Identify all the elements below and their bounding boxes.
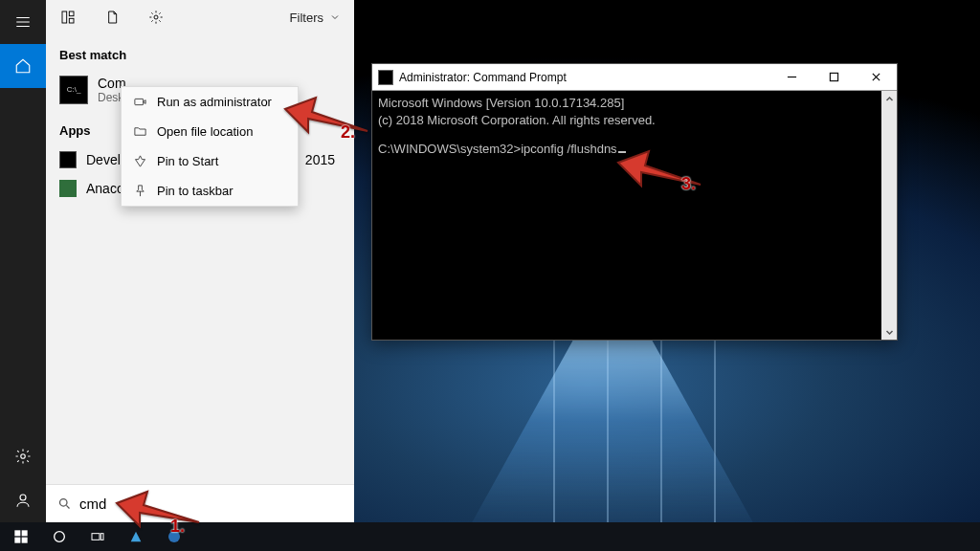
wallpaper-line xyxy=(660,335,662,526)
ctx-run-as-admin[interactable]: Run as administrator xyxy=(122,87,298,117)
close-button[interactable] xyxy=(855,64,897,91)
chevron-down-icon xyxy=(329,11,341,23)
svg-point-1 xyxy=(20,495,26,500)
svg-rect-13 xyxy=(92,534,100,540)
svg-point-12 xyxy=(55,532,65,542)
ctx-label: Run as administrator xyxy=(157,95,272,109)
best-match-heading: Best match xyxy=(59,48,346,62)
cmd-prompt: C:\WINDOWS\system32> xyxy=(378,142,521,156)
search-scope-row: Filters xyxy=(46,0,354,34)
context-menu: Run as administrator Open file location … xyxy=(121,86,299,207)
ctx-label: Open file location xyxy=(157,124,253,139)
svg-point-0 xyxy=(21,454,26,459)
start-sidebar xyxy=(0,0,46,522)
command-prompt-window: Administrator: Command Prompt Microsoft … xyxy=(371,63,898,341)
cmd-line: (c) 2018 Microsoft Corporation. All righ… xyxy=(378,112,891,129)
shield-icon xyxy=(133,95,147,109)
cmd-scrollbar[interactable] xyxy=(881,91,897,340)
folder-icon xyxy=(133,124,147,139)
wallpaper-line xyxy=(607,335,609,526)
svg-rect-8 xyxy=(14,530,20,536)
filters-label: Filters xyxy=(290,11,323,25)
svg-rect-4 xyxy=(69,18,74,23)
user-icon[interactable] xyxy=(0,478,46,522)
search-icon xyxy=(57,496,72,511)
cmd-titlebar[interactable]: Administrator: Command Prompt xyxy=(372,64,897,91)
wallpaper-line xyxy=(553,335,555,526)
start-button[interactable] xyxy=(10,522,33,551)
ctx-pin-start[interactable]: Pin to Start xyxy=(122,146,298,176)
scroll-up-icon[interactable] xyxy=(881,91,897,106)
app-icon xyxy=(59,180,77,197)
annotation-label-1: 1. xyxy=(170,517,185,537)
cmd-input: ipconfig /flushdns xyxy=(521,142,616,156)
annotation-arrow-2 xyxy=(283,88,369,141)
svg-rect-10 xyxy=(14,538,20,543)
filters-dropdown[interactable]: Filters xyxy=(290,11,341,25)
annotation-arrow-1 xyxy=(115,484,201,532)
ctx-open-location[interactable]: Open file location xyxy=(122,117,298,146)
svg-rect-6 xyxy=(135,99,144,104)
start-search-panel: Filters Best match C:\_ Com Deskt Apps D… xyxy=(46,0,354,522)
wallpaper-line xyxy=(714,335,716,526)
ctx-pin-taskbar[interactable]: Pin to taskbar xyxy=(122,176,298,206)
ctx-label: Pin to Start xyxy=(157,154,218,168)
cmd-line: Microsoft Windows [Version 10.0.17134.28… xyxy=(378,95,891,112)
svg-rect-11 xyxy=(22,538,28,543)
svg-rect-2 xyxy=(62,11,67,23)
cortana-icon[interactable] xyxy=(48,522,71,551)
svg-point-5 xyxy=(154,15,158,19)
app-icon xyxy=(59,151,77,168)
home-icon[interactable] xyxy=(0,44,46,88)
task-view-icon[interactable] xyxy=(86,522,109,551)
pin-task-icon xyxy=(133,184,147,198)
svg-point-7 xyxy=(60,499,68,507)
svg-rect-9 xyxy=(22,530,28,536)
hamburger-icon[interactable] xyxy=(0,0,46,44)
svg-rect-14 xyxy=(100,534,103,540)
settings-scope-icon[interactable] xyxy=(144,5,168,30)
apps-scope-icon[interactable] xyxy=(56,5,80,30)
cmd-output[interactable]: Microsoft Windows [Version 10.0.17134.28… xyxy=(372,91,897,340)
app-year: 2015 xyxy=(305,152,346,167)
cmd-titlebar-icon xyxy=(378,70,393,85)
maximize-button[interactable] xyxy=(813,64,855,91)
ctx-label: Pin to taskbar xyxy=(157,184,234,198)
scroll-down-icon[interactable] xyxy=(881,324,897,340)
minimize-button[interactable] xyxy=(770,64,813,91)
annotation-label-2: 2. xyxy=(341,122,355,143)
svg-rect-3 xyxy=(69,11,74,16)
svg-rect-16 xyxy=(830,73,837,80)
command-prompt-icon: C:\_ xyxy=(59,76,88,104)
cmd-title-text: Administrator: Command Prompt xyxy=(399,71,567,84)
documents-scope-icon[interactable] xyxy=(100,5,124,30)
gear-icon[interactable] xyxy=(0,434,46,478)
search-query: cmd xyxy=(79,496,106,512)
pin-icon xyxy=(133,154,147,168)
annotation-label-3: 3. xyxy=(681,174,696,194)
